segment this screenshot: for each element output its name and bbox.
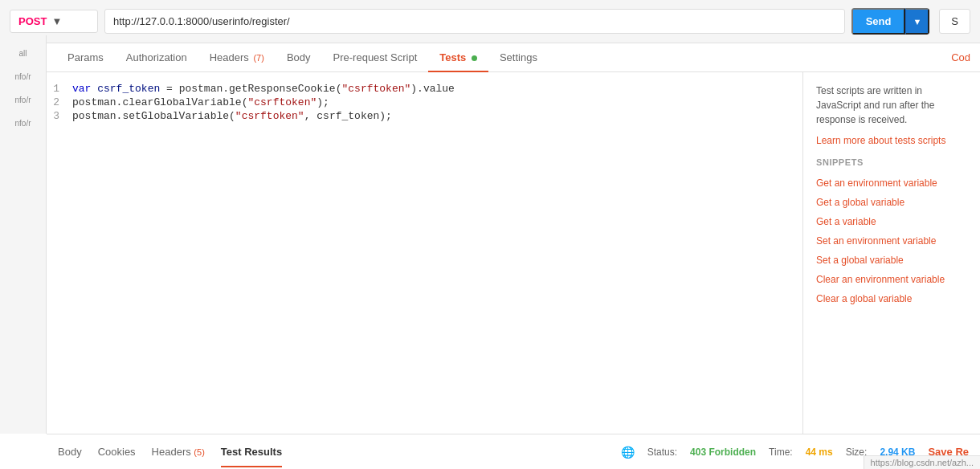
send-group: Send ▼ <box>851 8 930 35</box>
snippet-item-2[interactable]: Get a variable <box>816 212 967 231</box>
line-num-2: 2 <box>47 96 72 108</box>
main-content: Params Authorization Headers (7) Body Pr… <box>47 43 980 469</box>
sidebar-item-3[interactable]: nfo/r <box>0 112 46 135</box>
tab-tests[interactable]: Tests <box>428 43 488 71</box>
code-link[interactable]: Cod <box>951 51 970 63</box>
bottom-headers-badge: (5) <box>194 447 204 457</box>
snippet-item-4[interactable]: Set a global variable <box>816 251 967 270</box>
tab-body[interactable]: Body <box>276 43 322 71</box>
bottom-bar: Body Cookies Headers (5) Test Results 🌐 … <box>47 434 980 469</box>
code-line-3: 3 postman.setGlobalVariable("csrftoken",… <box>47 109 802 123</box>
sidebar-item-all[interactable]: all <box>0 42 46 65</box>
snippets-heading: SNIPPETS <box>816 157 967 167</box>
right-panel: Test scripts are written in JavaScript a… <box>803 72 980 469</box>
code-line-2: 2 postman.clearGlobalVariable("csrftoken… <box>47 96 802 109</box>
bottom-tab-cookies[interactable]: Cookies <box>98 444 136 459</box>
bottom-url-bar: https://blog.csdn.net/azh... <box>864 455 980 469</box>
snippet-item-0[interactable]: Get an environment variable <box>816 173 967 193</box>
snippet-item-5[interactable]: Clear an environment variable <box>816 270 967 289</box>
url-bar: POST ▼ Send ▼ S <box>0 0 980 43</box>
editor-panel: 1 var csrf_token = postman.getResponseCo… <box>47 72 980 469</box>
sidebar-item-2[interactable]: nfo/r <box>0 88 46 112</box>
tabs-row: Params Authorization Headers (7) Body Pr… <box>47 43 980 72</box>
learn-more-link[interactable]: Learn more about tests scripts <box>816 135 945 146</box>
line-content-3: postman.setGlobalVariable("csrftoken", c… <box>72 110 392 122</box>
tab-pre-request[interactable]: Pre-request Script <box>322 43 429 71</box>
code-editor[interactable]: 1 var csrf_token = postman.getResponseCo… <box>47 72 803 469</box>
line-content-1: var csrf_token = postman.getResponseCook… <box>72 83 455 95</box>
method-select[interactable]: POST ▼ <box>10 10 98 33</box>
snippet-item-1[interactable]: Get a global variable <box>816 193 967 212</box>
snippet-item-6[interactable]: Clear a global variable <box>816 289 967 308</box>
bottom-tab-test-results[interactable]: Test Results <box>221 444 282 459</box>
time-value: 44 ms <box>806 447 833 458</box>
status-value: 403 Forbidden <box>690 447 756 458</box>
method-label: POST <box>18 15 47 27</box>
send-button[interactable]: Send <box>851 8 906 35</box>
bottom-tab-headers[interactable]: Headers (5) <box>152 444 205 459</box>
sidebar-item-1[interactable]: nfo/r <box>0 65 46 88</box>
status-label: Status: <box>647 447 677 458</box>
globe-icon: 🌐 <box>621 446 635 459</box>
time-label: Time: <box>769 447 793 458</box>
tab-params[interactable]: Params <box>56 43 115 71</box>
url-input[interactable] <box>104 9 845 34</box>
headers-badge: (7) <box>253 53 263 63</box>
tab-settings[interactable]: Settings <box>488 43 549 71</box>
line-num-1: 1 <box>47 83 72 95</box>
send-dropdown-button[interactable]: ▼ <box>905 8 929 35</box>
right-panel-desc: Test scripts are written in JavaScript a… <box>816 84 967 127</box>
line-content-2: postman.clearGlobalVariable("csrftoken")… <box>72 96 329 108</box>
tests-dot <box>472 55 477 61</box>
method-dropdown-icon: ▼ <box>51 15 62 27</box>
snippet-item-3[interactable]: Set an environment variable <box>816 231 967 251</box>
sidebar-strip: all nfo/r nfo/r nfo/r <box>0 35 47 434</box>
code-line-1: 1 var csrf_token = postman.getResponseCo… <box>47 82 802 96</box>
line-num-3: 3 <box>47 110 72 122</box>
tab-authorization[interactable]: Authorization <box>115 43 198 71</box>
tab-headers[interactable]: Headers (7) <box>198 43 276 71</box>
bottom-tab-body[interactable]: Body <box>58 444 82 459</box>
save-button[interactable]: S <box>939 9 970 34</box>
